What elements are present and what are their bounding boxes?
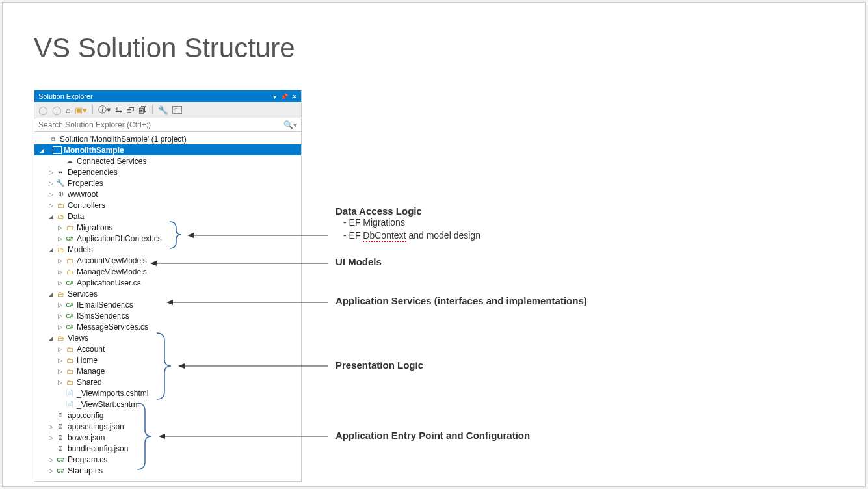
tree-item-isms[interactable]: ▷C#ISmsSender.cs bbox=[34, 310, 301, 321]
solution-icon: ⧉ bbox=[47, 135, 58, 144]
arrow-data bbox=[186, 231, 329, 239]
tree-item-props[interactable]: ▷🔧Properties bbox=[34, 178, 301, 189]
tree-item-connected[interactable]: ☁Connected Services bbox=[34, 155, 301, 166]
cs-icon: C# bbox=[55, 466, 66, 475]
expand-icon[interactable]: ◢ bbox=[38, 147, 45, 153]
close-icon[interactable]: ✕ bbox=[292, 93, 297, 100]
annotation-ui-models: UI Models bbox=[335, 256, 382, 267]
config-icon: 🗎 bbox=[55, 411, 66, 420]
bracket-config bbox=[136, 402, 159, 471]
slide: VS Solution Structure Solution Explorer … bbox=[2, 2, 866, 487]
folder-icon: 🗀 bbox=[64, 256, 75, 265]
folder-open-icon: 🗁 bbox=[55, 334, 66, 343]
svg-marker-1 bbox=[187, 233, 194, 238]
nav-back-icon[interactable]: ◯ bbox=[38, 105, 48, 115]
nav-forward-icon[interactable]: ◯ bbox=[52, 105, 62, 115]
arrow-services bbox=[165, 298, 329, 306]
connected-icon: ☁ bbox=[64, 157, 75, 166]
refresh-icon[interactable]: 🗗 bbox=[126, 105, 135, 115]
wrench-icon: 🔧 bbox=[55, 179, 66, 188]
folder-icon: 🗀 bbox=[64, 223, 75, 232]
tree-item-models[interactable]: ◢🗁Models bbox=[34, 244, 301, 255]
folder-open-icon: 🗁 bbox=[55, 289, 66, 298]
history-icon[interactable]: ⓘ▾ bbox=[98, 104, 111, 116]
panel-toolbar: ◯ ◯ ⌂ ▣▾ ⓘ▾ ⇆ 🗗 🗐 🔧 ⬚ bbox=[34, 102, 301, 118]
folder-open-icon: 🗁 bbox=[55, 212, 66, 221]
deps-icon: ▪▪ bbox=[55, 168, 66, 177]
svg-marker-9 bbox=[159, 434, 165, 439]
arrow-views bbox=[177, 362, 329, 370]
svg-marker-3 bbox=[150, 261, 157, 266]
chevron-right-icon[interactable]: ▷ bbox=[47, 169, 54, 176]
annotation-presentation: Presentation Logic bbox=[335, 360, 423, 371]
json-icon: 🗎 bbox=[55, 433, 66, 442]
tree: ⧉Solution 'MonolithSample' (1 project) ◢… bbox=[34, 132, 301, 481]
folder-icon: 🗀 bbox=[64, 267, 75, 276]
tree-item-msgsvcs[interactable]: ▷C#MessageServices.cs bbox=[34, 321, 301, 332]
svg-marker-7 bbox=[178, 363, 185, 369]
tree-item-controllers[interactable]: ▷🗀Controllers bbox=[34, 200, 301, 211]
cs-icon: C# bbox=[64, 300, 75, 310]
bracket-data bbox=[168, 220, 188, 250]
cshtml-icon: 📄 bbox=[64, 400, 75, 409]
json-icon: 🗎 bbox=[55, 444, 66, 453]
cs-icon: C# bbox=[64, 311, 75, 321]
annotation-data-access: Data Access Logic - EF Migrations - EF D… bbox=[335, 205, 480, 242]
tree-item-program[interactable]: ▷C#Program.cs bbox=[34, 454, 301, 465]
cs-icon: C# bbox=[64, 234, 75, 243]
annotation-app-services: Application Services (interfaces and imp… bbox=[335, 295, 587, 306]
copy-icon[interactable]: 🗐 bbox=[138, 105, 147, 115]
tree-item-wwwroot[interactable]: ▷⊕wwwroot bbox=[34, 189, 301, 200]
tree-item-data[interactable]: ◢🗁Data bbox=[34, 211, 301, 222]
tree-item-deps[interactable]: ▷▪▪Dependencies bbox=[34, 166, 301, 178]
cs-icon: C# bbox=[55, 455, 66, 464]
solution-node[interactable]: ⧉Solution 'MonolithSample' (1 project) bbox=[34, 133, 301, 144]
folder-icon: 🗀 bbox=[64, 356, 75, 365]
pin-icon[interactable]: 📌 bbox=[280, 93, 288, 100]
folder-icon: 🗀 bbox=[55, 201, 66, 210]
sync-icon[interactable]: ⇆ bbox=[115, 105, 122, 115]
dropdown-icon[interactable]: ▾ bbox=[273, 93, 276, 100]
home-icon[interactable]: ⌂ bbox=[66, 105, 71, 115]
json-icon: 🗎 bbox=[55, 422, 66, 431]
panel-title-bar[interactable]: Solution Explorer ▾ 📌 ✕ bbox=[34, 90, 301, 102]
cs-icon: C# bbox=[64, 323, 75, 332]
scope-icon[interactable]: ▣▾ bbox=[75, 105, 87, 115]
tree-item-appconfig[interactable]: 🗎app.config bbox=[34, 410, 301, 421]
project-icon bbox=[53, 146, 62, 154]
cs-icon: C# bbox=[64, 278, 75, 287]
properties-icon[interactable]: 🔧 bbox=[158, 105, 168, 115]
arrow-models bbox=[149, 259, 330, 267]
panel-title-text: Solution Explorer bbox=[38, 92, 93, 100]
folder-icon: 🗀 bbox=[64, 378, 75, 387]
show-all-icon[interactable]: ⬚ bbox=[172, 106, 182, 114]
arrow-config bbox=[157, 432, 329, 440]
tree-item-managevm[interactable]: ▷🗀ManageViewModels bbox=[34, 266, 301, 277]
svg-marker-5 bbox=[166, 300, 173, 305]
page-title: VS Solution Structure bbox=[34, 33, 295, 64]
panel-title-controls: ▾ 📌 ✕ bbox=[273, 93, 297, 100]
search-icon[interactable]: 🔍▾ bbox=[283, 120, 297, 129]
folder-open-icon: 🗁 bbox=[55, 245, 66, 254]
tree-item-appsettings[interactable]: ▷🗎appsettings.json bbox=[34, 421, 301, 432]
tree-item-services[interactable]: ◢🗁Services bbox=[34, 288, 301, 299]
tree-item-bundle[interactable]: 🗎bundleconfig.json bbox=[34, 443, 301, 454]
search-input[interactable] bbox=[38, 120, 283, 129]
bracket-views bbox=[155, 332, 178, 401]
solution-explorer-panel: Solution Explorer ▾ 📌 ✕ ◯ ◯ ⌂ ▣▾ ⓘ▾ ⇆ 🗗 … bbox=[34, 90, 302, 482]
annotation-entry: Application Entry Point and Configuratio… bbox=[335, 430, 530, 441]
globe-icon: ⊕ bbox=[55, 190, 66, 199]
tree-item-appuser[interactable]: ▷C#ApplicationUser.cs bbox=[34, 277, 301, 288]
cshtml-icon: 📄 bbox=[64, 389, 75, 398]
search-row: 🔍▾ bbox=[34, 118, 301, 132]
tree-item-startup[interactable]: ▷C#Startup.cs bbox=[34, 465, 301, 476]
project-node[interactable]: ◢MonolithSample bbox=[34, 144, 301, 155]
folder-icon: 🗀 bbox=[64, 345, 75, 354]
folder-icon: 🗀 bbox=[64, 367, 75, 376]
